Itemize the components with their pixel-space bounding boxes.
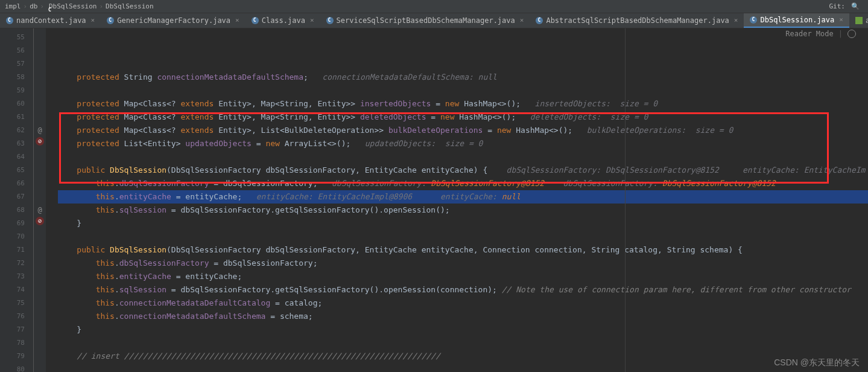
line-number[interactable]: 58 bbox=[0, 71, 25, 84]
tab-label: ServiceSqlScriptBasedDbSchemaManager.jav… bbox=[337, 16, 515, 25]
class-icon bbox=[107, 17, 114, 24]
class-icon bbox=[536, 17, 543, 24]
line-number[interactable]: 60 bbox=[0, 97, 25, 111]
line-number[interactable]: 74 bbox=[0, 283, 25, 297]
tab-label: AbstractSqlScriptBasedDbSchemaManager.ja… bbox=[546, 16, 729, 25]
code-line[interactable]: this.sqlSession = dbSqlSessionFactory.ge… bbox=[58, 283, 868, 297]
close-icon[interactable]: × bbox=[518, 16, 524, 24]
breadcrumb-seg[interactable]: impl bbox=[5, 2, 21, 10]
code-line[interactable] bbox=[58, 363, 868, 372]
editor: 5556575859606162636465666768697071727374… bbox=[0, 28, 868, 372]
line-number[interactable]: 79 bbox=[0, 350, 25, 363]
gutter-icon[interactable]: @ bbox=[36, 204, 44, 212]
code-line[interactable]: protected Map<Class<? extends Entity>, L… bbox=[58, 124, 868, 137]
close-icon[interactable]: × bbox=[233, 16, 239, 24]
code-line[interactable]: } bbox=[58, 323, 868, 336]
tab-dbsqlsession[interactable]: DbSqlSession.java × bbox=[744, 13, 849, 28]
line-number[interactable]: 57 bbox=[0, 57, 25, 71]
tab-nandcontext[interactable]: nandContext.java × bbox=[0, 13, 101, 28]
line-number[interactable]: 64 bbox=[0, 150, 25, 164]
code-line[interactable]: public DbSqlSession(DbSqlSessionFactory … bbox=[58, 164, 868, 177]
code-line[interactable]: public DbSqlSession(DbSqlSessionFactory … bbox=[58, 243, 868, 257]
breadcrumb-sep: › bbox=[40, 2, 44, 10]
line-number[interactable]: 76 bbox=[0, 310, 25, 323]
line-number[interactable]: 68 bbox=[0, 204, 25, 217]
breadcrumb: impl › db › DbSqlSession › DbSqlSession … bbox=[0, 0, 868, 13]
line-number[interactable]: 63 bbox=[0, 137, 25, 150]
tab-genericmanagerfactory[interactable]: GenericManagerFactory.java × bbox=[101, 13, 245, 28]
class-icon bbox=[326, 17, 334, 24]
line-number[interactable]: 71 bbox=[0, 243, 25, 257]
line-gutter: 5556575859606162636465666768697071727374… bbox=[0, 28, 34, 372]
code-line[interactable]: this.entityCache = entityCache; bbox=[58, 270, 868, 283]
line-number[interactable]: 56 bbox=[0, 44, 25, 57]
line-number[interactable]: 77 bbox=[0, 323, 25, 336]
gutter-icon[interactable]: ⊘ bbox=[36, 137, 44, 146]
line-number[interactable]: 80 bbox=[0, 363, 25, 372]
line-number[interactable]: 61 bbox=[0, 111, 25, 124]
git-label[interactable]: Git: bbox=[829, 2, 846, 10]
close-icon[interactable]: × bbox=[732, 16, 738, 24]
code-line[interactable]: // insert //////////////////////////////… bbox=[58, 350, 868, 363]
line-number[interactable]: 62 bbox=[0, 124, 25, 137]
class-icon bbox=[750, 16, 757, 24]
code-line[interactable] bbox=[58, 84, 868, 97]
close-icon[interactable]: × bbox=[837, 16, 843, 24]
tab-label: DbSqlSession.java bbox=[760, 16, 834, 24]
vertical-ruler bbox=[625, 28, 626, 372]
tab-application-yml[interactable]: application-dev.yml × bbox=[849, 13, 868, 28]
line-number[interactable]: 73 bbox=[0, 270, 25, 283]
code-line[interactable]: protected Map<Class<? extends Entity>, M… bbox=[58, 111, 868, 124]
tab-label: nandContext.java bbox=[16, 16, 86, 25]
code-line[interactable] bbox=[58, 336, 868, 350]
code-line[interactable]: this.dbSqlSessionFactory = dbSqlSessionF… bbox=[58, 257, 868, 270]
line-number[interactable]: 78 bbox=[0, 336, 25, 350]
code-line[interactable] bbox=[58, 150, 868, 164]
tab-label: application-dev.yml bbox=[866, 16, 868, 25]
gutter-icon[interactable]: ⊘ bbox=[36, 217, 44, 225]
code-line[interactable]: protected String connectionMetadataDefau… bbox=[58, 71, 868, 84]
tab-label: Class.java bbox=[262, 16, 305, 25]
code-line[interactable]: protected List<Entity> updatedObjects = … bbox=[58, 137, 868, 150]
line-number[interactable]: 65 bbox=[0, 164, 25, 177]
watermark: CSDN @东天里的冬天 bbox=[774, 358, 860, 368]
line-number[interactable]: 66 bbox=[0, 177, 25, 190]
code-line[interactable]: this.connectionMetadataDefaultSchema = s… bbox=[58, 310, 868, 323]
class-icon bbox=[6, 17, 13, 24]
code-line[interactable]: } bbox=[58, 217, 868, 230]
breadcrumb-sep: › bbox=[99, 2, 103, 10]
class-icon bbox=[252, 17, 259, 24]
search-icon[interactable]: 🔍 bbox=[847, 2, 863, 10]
code-line[interactable]: this.sqlSession = dbSqlSessionFactory.ge… bbox=[58, 204, 868, 217]
tab-class[interactable]: Class.java × bbox=[246, 13, 320, 28]
breadcrumb-seg[interactable]: DbSqlSession bbox=[106, 2, 153, 10]
tab-abstractsqlscript[interactable]: AbstractSqlScriptBasedDbSchemaManager.ja… bbox=[530, 13, 744, 28]
line-number[interactable]: 75 bbox=[0, 297, 25, 310]
line-number[interactable]: 69 bbox=[0, 217, 25, 230]
code-line[interactable]: this.entityCache = entityCache; entityCa… bbox=[58, 190, 868, 204]
breadcrumb-seg[interactable]: DbSqlSession bbox=[49, 2, 97, 10]
breadcrumb-seg[interactable]: db bbox=[30, 2, 37, 10]
gutter-icons: @⊘@⊘ bbox=[34, 28, 46, 372]
gutter-icon[interactable]: @ bbox=[36, 124, 44, 132]
code-line[interactable]: protected Map<Class<? extends Entity>, M… bbox=[58, 97, 868, 111]
line-number[interactable]: 59 bbox=[0, 84, 25, 97]
tab-servicesqlscript[interactable]: ServiceSqlScriptBasedDbSchemaManager.jav… bbox=[320, 13, 530, 28]
code-area[interactable]: protected String connectionMetadataDefau… bbox=[46, 28, 868, 372]
tab-label: GenericManagerFactory.java bbox=[117, 16, 230, 25]
line-number[interactable]: 70 bbox=[0, 230, 25, 243]
breadcrumb-sep: › bbox=[24, 2, 28, 10]
editor-tabs: nandContext.java × GenericManagerFactory… bbox=[0, 13, 868, 28]
line-number[interactable]: 72 bbox=[0, 257, 25, 270]
code-line[interactable] bbox=[58, 230, 868, 243]
line-number[interactable]: 55 bbox=[0, 31, 25, 44]
yml-icon bbox=[855, 17, 863, 24]
code-line[interactable]: this.connectionMetadataDefaultCatalog = … bbox=[58, 297, 868, 310]
close-icon[interactable]: × bbox=[308, 16, 314, 24]
code-line[interactable]: this.dbSqlSessionFactory = dbSqlSessionF… bbox=[58, 177, 868, 190]
close-icon[interactable]: × bbox=[89, 16, 95, 24]
line-number[interactable]: 67 bbox=[0, 190, 25, 204]
